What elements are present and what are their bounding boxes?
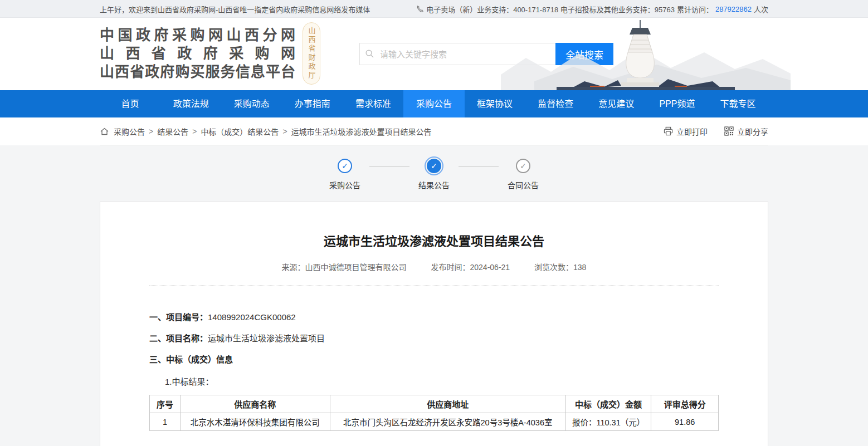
views-value: 138 bbox=[573, 263, 586, 272]
col-header-review-score: 评审总得分 bbox=[651, 395, 719, 413]
step-connector bbox=[459, 166, 499, 167]
cell-review-score: 91.86 bbox=[651, 413, 719, 431]
visits-count[interactable]: 287922862 bbox=[715, 5, 752, 13]
qr-code-icon bbox=[724, 126, 734, 136]
step-connector bbox=[369, 166, 409, 167]
breadcrumb-item-1[interactable]: 采购公告 bbox=[114, 126, 145, 137]
nav-item-procurement-notices[interactable]: 采购公告 bbox=[403, 90, 464, 117]
nav-item-demand-standard[interactable]: 需求标准 bbox=[343, 90, 403, 117]
project-number-row: 一、项目编号：1408992024CGK00062 bbox=[149, 312, 719, 323]
nav-item-framework-agreement[interactable]: 框架协议 bbox=[465, 90, 525, 117]
visits-unit: 人次 bbox=[754, 4, 768, 14]
col-header-supplier-name: 供应商名称 bbox=[180, 395, 330, 413]
nav-item-policies[interactable]: 政策法规 bbox=[160, 90, 221, 117]
cell-index: 1 bbox=[150, 413, 181, 431]
search-icon bbox=[365, 49, 374, 58]
col-header-index: 序号 bbox=[150, 395, 181, 413]
pagoda-illustration bbox=[501, 19, 791, 90]
breadcrumb-item-2[interactable]: 结果公告 bbox=[157, 126, 188, 137]
cell-supplier-address: 北京市门头沟区石龙经济开发区永安路20号3号楼A-4036室 bbox=[330, 413, 565, 431]
publish-date-label: 发布时间： bbox=[431, 263, 470, 272]
welcome-text: 上午好，欢迎来到山西省政府采购网-山西省唯一指定省内政府采购信息网络发布媒体 bbox=[100, 4, 370, 14]
project-number-label: 一、项目编号： bbox=[149, 312, 208, 322]
visits-label: 累计访问： bbox=[677, 4, 713, 14]
check-icon: ✓ bbox=[431, 161, 437, 170]
award-info-label: 三、中标（成交）信息 bbox=[149, 355, 233, 364]
nav-item-procurement-news[interactable]: 采购动态 bbox=[221, 90, 282, 117]
article-body: 一、项目编号：1408992024CGK00062 二、项目名称：运城市生活垃圾… bbox=[149, 312, 719, 431]
nav-item-supervision[interactable]: 监督检查 bbox=[525, 90, 586, 117]
article-meta: 来源：山西中诚德项目管理有限公司 发布时间：2024-06-21 浏览次数：13… bbox=[149, 261, 719, 272]
nav-item-ppp-channel[interactable]: PPP频道 bbox=[647, 90, 708, 117]
breadcrumb-item-current: 运城市生活垃圾渗滤液处置项目结果公告 bbox=[291, 126, 432, 137]
article-title: 运城市生活垃圾渗滤液处置项目结果公告 bbox=[149, 231, 719, 249]
share-label: 立即分享 bbox=[737, 126, 768, 137]
article-card: 运城市生活垃圾渗滤液处置项目结果公告 来源：山西中诚德项目管理有限公司 发布时间… bbox=[100, 202, 768, 446]
printer-icon bbox=[664, 126, 673, 136]
logo-line-2: 山西省政府采购网 bbox=[100, 45, 296, 63]
nav-item-downloads[interactable]: 下载专区 bbox=[708, 90, 768, 117]
breadcrumb-bar: 采购公告 > 结果公告 > 中标（成交）结果公告 > 运城市生活垃圾渗滤液处置项… bbox=[0, 117, 868, 145]
cell-supplier-name: 北京水木湛清环保科技集团有限公司 bbox=[180, 413, 330, 431]
step-contract-notice[interactable]: ✓ 合同公告 bbox=[499, 159, 548, 190]
logo-line-1: 中国政府采购网山西分网 bbox=[100, 26, 296, 45]
step-result-notice[interactable]: ✓ 结果公告 bbox=[409, 159, 459, 190]
project-name-row: 二、项目名称：运城市生活垃圾渗滤液处置项目 bbox=[149, 333, 719, 344]
step-label: 结果公告 bbox=[418, 179, 450, 190]
logo-line-3: 山西省政府购买服务信息平台 bbox=[100, 63, 296, 81]
col-header-award-amount: 中标（成交）金额 bbox=[565, 395, 651, 413]
project-number-value: 1408992024CGK00062 bbox=[208, 312, 296, 322]
check-icon: ✓ bbox=[520, 161, 526, 170]
award-result-table: 序号 供应商名称 供应商地址 中标（成交）金额 评审总得分 1 北京水木湛清环保… bbox=[149, 395, 719, 431]
home-icon[interactable] bbox=[100, 127, 109, 136]
site-header: 中国政府采购网山西分网 山西省政府采购网 山西省政府购买服务信息平台 山西省财政… bbox=[0, 18, 868, 90]
views-label: 浏览次数： bbox=[534, 263, 573, 272]
nav-item-guide[interactable]: 办事指南 bbox=[282, 90, 343, 117]
cell-award-amount: 报价：110.31（元） bbox=[565, 413, 651, 431]
source-value: 山西中诚德项目管理有限公司 bbox=[305, 263, 407, 272]
table-header-row: 序号 供应商名称 供应商地址 中标（成交）金额 评审总得分 bbox=[150, 395, 719, 413]
breadcrumb-separator: > bbox=[282, 127, 287, 136]
progress-steps: ✓ 采购公告 ✓ 结果公告 ✓ 合同公告 bbox=[0, 145, 868, 202]
project-name-label: 二、项目名称： bbox=[149, 334, 208, 343]
col-header-supplier-address: 供应商地址 bbox=[330, 395, 565, 413]
site-logo[interactable]: 中国政府采购网山西分网 山西省政府采购网 山西省政府购买服务信息平台 bbox=[100, 26, 296, 81]
finance-department-seal: 山西省财政厅 bbox=[303, 22, 320, 85]
award-info-heading: 三、中标（成交）信息 bbox=[149, 354, 719, 365]
breadcrumb-separator: > bbox=[192, 127, 197, 136]
source-label: 来源： bbox=[282, 263, 305, 272]
step-label: 采购公告 bbox=[329, 179, 360, 190]
breadcrumb-item-3[interactable]: 中标（成交）结果公告 bbox=[201, 126, 279, 137]
share-button[interactable]: 立即分享 bbox=[724, 126, 768, 137]
award-result-subheading: 1.中标结果： bbox=[149, 375, 719, 387]
check-icon: ✓ bbox=[342, 161, 348, 170]
support-text: 电子卖场（新）业务支持：400-171-8718 电子招投标及其他业务支持：95… bbox=[426, 4, 675, 14]
phone-icon bbox=[416, 5, 424, 13]
topbar: 上午好，欢迎来到山西省政府采购网-山西省唯一指定省内政府采购信息网络发布媒体 电… bbox=[0, 0, 868, 18]
project-name-value: 运城市生活垃圾渗滤液处置项目 bbox=[208, 334, 325, 343]
print-label: 立即打印 bbox=[676, 126, 708, 137]
publish-date-value: 2024-06-21 bbox=[470, 263, 510, 272]
step-procurement-notice[interactable]: ✓ 采购公告 bbox=[320, 159, 369, 190]
breadcrumb-separator: > bbox=[149, 127, 153, 136]
main-nav: 首页 政策法规 采购动态 办事指南 需求标准 采购公告 框架协议 监督检查 意见… bbox=[0, 90, 868, 117]
print-button[interactable]: 立即打印 bbox=[664, 126, 708, 137]
step-label: 合同公告 bbox=[508, 179, 539, 190]
nav-item-home[interactable]: 首页 bbox=[100, 90, 160, 117]
dotted-divider bbox=[149, 286, 719, 286]
nav-item-feedback[interactable]: 意见建议 bbox=[586, 90, 647, 117]
table-row: 1 北京水木湛清环保科技集团有限公司 北京市门头沟区石龙经济开发区永安路20号3… bbox=[150, 413, 719, 431]
